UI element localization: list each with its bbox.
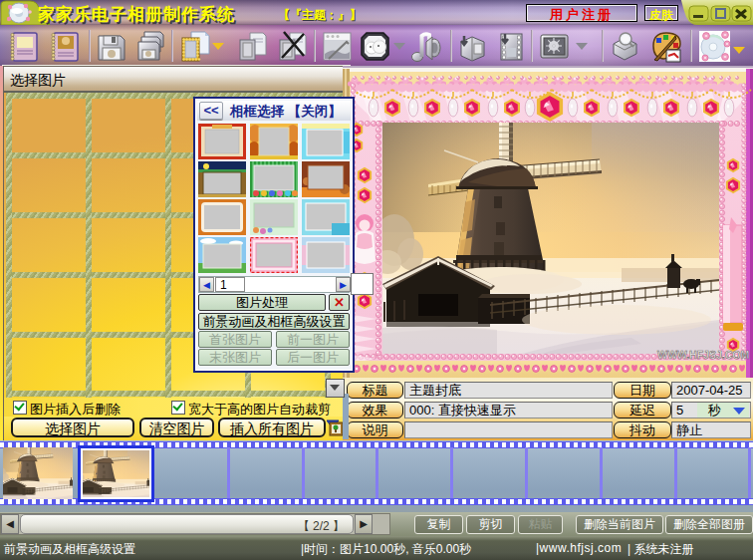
svg-text:WWW.HFJSJ.COM: WWW.HFJSJ.COM bbox=[657, 349, 749, 361]
